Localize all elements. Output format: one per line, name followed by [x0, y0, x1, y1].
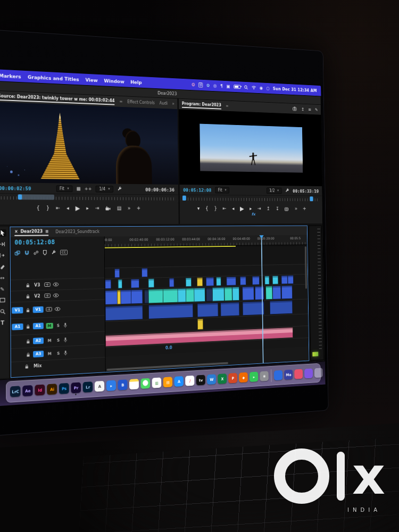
- track-target-a2[interactable]: A2: [33, 337, 44, 344]
- dock-trash[interactable]: [314, 368, 323, 378]
- source-zoom-select[interactable]: Fit▾: [56, 185, 73, 192]
- dock-monday[interactable]: Mo: [284, 370, 293, 380]
- source-patch-icon[interactable]: [44, 294, 50, 298]
- menu-view[interactable]: View: [85, 77, 97, 83]
- marker-icon[interactable]: [43, 250, 47, 255]
- timeline-clip[interactable]: [216, 277, 221, 286]
- nest-toggle-icon[interactable]: [14, 251, 20, 256]
- toggle-track-output-eye-icon[interactable]: [53, 282, 59, 287]
- dock-red-app[interactable]: [295, 369, 303, 379]
- timeline-clip[interactable]: [105, 279, 111, 289]
- dock-music[interactable]: ♪: [185, 376, 194, 386]
- timeline-clip[interactable]: [212, 287, 225, 302]
- transport-overflow-chevron[interactable]: »: [295, 206, 297, 211]
- dock-video-camera-app[interactable]: ▸: [106, 380, 116, 392]
- timeline-clip[interactable]: [131, 279, 139, 288]
- source-playhead-handle[interactable]: [18, 194, 22, 200]
- program-panel-menu-icon[interactable]: ≡: [226, 104, 229, 108]
- pinwheel-icon[interactable]: ✿: [206, 83, 210, 88]
- track-name[interactable]: V2: [32, 294, 41, 298]
- toggle-track-output-eye-icon[interactable]: [54, 307, 60, 311]
- menu-window[interactable]: Window: [104, 78, 124, 84]
- mute-button[interactable]: M: [46, 337, 53, 343]
- dock-lightroom[interactable]: Lr: [83, 381, 93, 393]
- dock-b-app[interactable]: B: [118, 379, 128, 390]
- tab-sequence-dear2023[interactable]: × Dear2023 ≡: [14, 228, 48, 236]
- timeline-clip[interactable]: [186, 278, 192, 287]
- timeline-clip[interactable]: [148, 289, 164, 303]
- wifi-icon[interactable]: [251, 86, 256, 90]
- dock-numbers[interactable]: ▥: [152, 377, 162, 388]
- step-back-button[interactable]: ◂: [232, 206, 234, 211]
- paragraph-status-icon[interactable]: ¶: [220, 84, 223, 88]
- program-zoom-select[interactable]: Fit▾: [215, 187, 229, 193]
- timeline-clip[interactable]: [148, 278, 154, 287]
- menu-markers[interactable]: Markers: [0, 72, 21, 79]
- track-name[interactable]: V3: [32, 282, 41, 287]
- mute-button[interactable]: M: [46, 351, 53, 357]
- dock-facetime[interactable]: ▸: [250, 372, 259, 382]
- timeline-clip[interactable]: [148, 303, 193, 319]
- dock-font-book[interactable]: A: [95, 381, 104, 392]
- timeline-clip[interactable]: [270, 300, 293, 314]
- ripple-edit-tool[interactable]: [0, 252, 6, 259]
- export-frame-icon[interactable]: [293, 106, 298, 111]
- tab-effect-controls[interactable]: Effect Controls: [127, 99, 155, 105]
- play-button[interactable]: ▶: [76, 205, 80, 212]
- timeline-clip[interactable]: [197, 277, 203, 286]
- play-button[interactable]: ▶: [240, 206, 244, 212]
- insert-button[interactable]: [105, 206, 111, 211]
- source-patch-v1[interactable]: V1: [12, 307, 23, 313]
- timeline-clip[interactable]: [197, 303, 219, 318]
- timeline-clip[interactable]: [115, 269, 120, 278]
- tab-audio[interactable]: Audi: [160, 101, 168, 106]
- program-position-timecode[interactable]: 00:05:12:08: [183, 187, 211, 193]
- timeline-clip[interactable]: [243, 301, 264, 315]
- master-track-name[interactable]: Mix: [32, 363, 43, 368]
- type-tool[interactable]: T: [0, 319, 7, 327]
- timeline-clip[interactable]: [242, 286, 254, 300]
- timeline-clip[interactable]: [120, 290, 132, 305]
- dock-premiere-pro[interactable]: Pr: [71, 382, 81, 393]
- source-position-timecode[interactable]: 00:00:02:59: [0, 185, 31, 191]
- dock-books[interactable]: ▤: [163, 377, 173, 387]
- transport-overflow-chevron[interactable]: »: [128, 206, 131, 211]
- battery-icon[interactable]: [234, 85, 240, 89]
- timeline-clip[interactable]: [232, 287, 239, 301]
- add-button-icon[interactable]: +: [137, 206, 140, 211]
- button-editor-icon[interactable]: ++: [85, 186, 92, 192]
- go-to-out-button[interactable]: ⇥: [95, 206, 99, 211]
- step-back-button[interactable]: ◂: [66, 205, 69, 211]
- selection-tool[interactable]: [0, 229, 6, 237]
- timeline-clip[interactable]: [272, 286, 281, 300]
- timeline-clip[interactable]: [264, 276, 269, 285]
- timeline-clip[interactable]: [266, 286, 273, 300]
- track-select-forward-tool[interactable]: [0, 240, 6, 248]
- dock-blue-app[interactable]: [274, 370, 282, 380]
- settings-icon[interactable]: ▩: [77, 186, 81, 192]
- add-marker-button[interactable]: ▾: [197, 206, 200, 211]
- add-button-icon[interactable]: +: [303, 206, 306, 211]
- lock-icon[interactable]: [26, 324, 30, 329]
- go-to-in-button[interactable]: ⇤: [56, 205, 60, 211]
- timeline-clip[interactable]: [131, 289, 143, 304]
- dock-indesign[interactable]: Id: [35, 385, 45, 396]
- timeline-clip[interactable]: [105, 305, 143, 321]
- timeline-clip[interactable]: [281, 276, 288, 285]
- dock-after-effects[interactable]: Ae: [23, 385, 33, 396]
- timeline-clip[interactable]: [142, 268, 148, 277]
- voiceover-mic-icon[interactable]: [64, 337, 68, 343]
- record-status-icon[interactable]: ◎: [213, 84, 217, 88]
- export-frame-button[interactable]: [285, 206, 289, 211]
- track-target-a1[interactable]: A1: [33, 323, 44, 329]
- wrench-icon[interactable]: [285, 188, 289, 193]
- dock-lightroom-classic[interactable]: LrC: [10, 386, 21, 397]
- go-to-out-button[interactable]: ⇥: [257, 206, 261, 211]
- track-target-v1[interactable]: V1: [33, 306, 44, 313]
- linked-selection-icon[interactable]: [34, 250, 39, 255]
- close-icon[interactable]: ×: [14, 229, 18, 234]
- voiceover-mic-icon[interactable]: [64, 350, 68, 355]
- rectangle-tool[interactable]: [0, 296, 6, 304]
- mark-out-button[interactable]: }: [214, 206, 217, 211]
- timeline-clip[interactable]: [197, 319, 204, 330]
